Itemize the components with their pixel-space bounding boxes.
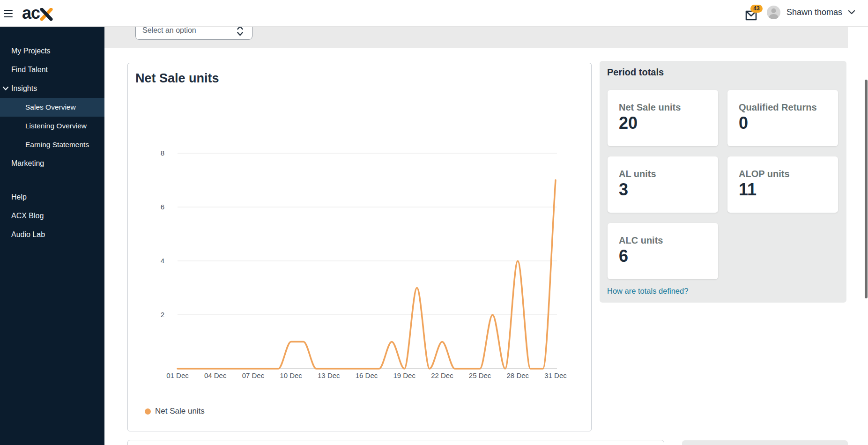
sidebar-item-acx-blog[interactable]: ACX Blog	[0, 207, 104, 225]
stat-value: 20	[619, 113, 638, 133]
svg-text:10 Dec: 10 Dec	[280, 371, 302, 379]
sidebar-item-help[interactable]: Help	[0, 188, 104, 207]
sidebar-item-find-talent[interactable]: Find Talent	[0, 60, 104, 79]
net-sale-units-chart: 246801 Dec04 Dec07 Dec10 Dec13 Dec16 Dec…	[128, 63, 592, 396]
sidebar-item-listening-overview[interactable]: Listening Overview	[0, 117, 104, 135]
period-totals-title: Period totals	[607, 67, 664, 78]
legend-label: Net Sale units	[155, 407, 205, 416]
notification-badge: 43	[750, 5, 763, 13]
svg-text:01 Dec: 01 Dec	[166, 371, 189, 379]
svg-text:13 Dec: 13 Dec	[318, 371, 340, 379]
messages-button[interactable]: 43	[745, 5, 764, 23]
top-header: ac 43 Shawn thomas	[0, 0, 868, 27]
sidebar-item-my-projects[interactable]: My Projects	[0, 42, 104, 60]
sidebar-item-label: Sales Overview	[25, 103, 76, 111]
sidebar-item-label: Insights	[11, 84, 37, 92]
nav-spacer	[0, 173, 104, 188]
stat-card-alop-units: ALOP units11	[727, 156, 838, 213]
user-name[interactable]: Shawn thomas	[786, 7, 842, 17]
avatar[interactable]	[767, 6, 780, 19]
acx-logo[interactable]: ac	[22, 3, 53, 23]
sidebar-item-insights[interactable]: Insights	[0, 79, 104, 98]
stat-value: 11	[739, 180, 757, 200]
sidebar-item-label: Marketing	[11, 159, 44, 167]
svg-text:07 Dec: 07 Dec	[242, 371, 265, 379]
sidebar-item-label: Find Talent	[11, 66, 48, 74]
svg-text:22 Dec: 22 Dec	[431, 371, 453, 379]
how-are-totals-defined-link[interactable]: How are totals defined?	[607, 287, 688, 296]
logo-text-ac: ac	[22, 3, 40, 23]
svg-text:16 Dec: 16 Dec	[356, 371, 378, 379]
sidebar-item-label: My Projects	[11, 47, 51, 55]
stat-value: 3	[619, 180, 628, 200]
net-sale-units-card: Net Sale units 246801 Dec04 Dec07 Dec10 …	[127, 63, 592, 431]
stat-label: ALC units	[619, 235, 663, 246]
sidebar-item-label: Audio Lab	[11, 230, 45, 238]
stat-label: Qualified Returns	[739, 102, 817, 113]
hamburger-menu-icon[interactable]	[4, 7, 15, 19]
sidebar-item-audio-lab[interactable]: Audio Lab	[0, 225, 104, 244]
sidebar-item-label: Listening Overview	[25, 122, 87, 130]
stat-card-qualified-returns: Qualified Returns0	[727, 90, 838, 146]
stat-label: AL units	[619, 169, 656, 179]
stat-card-net-sale-units: Net Sale units20	[608, 90, 718, 146]
vertical-scrollbar[interactable]	[865, 80, 868, 298]
logo-x-icon	[40, 8, 53, 21]
sidebar-item-label: ACX Blog	[11, 212, 44, 220]
sidebar-item-label: Earning Statements	[25, 141, 89, 148]
stat-value: 6	[619, 246, 628, 266]
next-section-card	[127, 440, 664, 445]
sidebar-item-earning-statements[interactable]: Earning Statements	[0, 135, 104, 154]
select-updown-icon	[237, 25, 244, 37]
stat-label: ALOP units	[739, 169, 790, 179]
svg-text:19 Dec: 19 Dec	[393, 371, 415, 379]
legend-dot-icon	[145, 408, 151, 415]
svg-text:6: 6	[161, 203, 164, 211]
sidebar-nav: My ProjectsFind TalentInsightsSales Over…	[0, 27, 104, 244]
svg-text:8: 8	[161, 149, 164, 157]
stat-card-alc-units: ALC units6	[608, 223, 718, 279]
svg-text:31 Dec: 31 Dec	[544, 371, 567, 379]
sidebar-item-label: Help	[11, 193, 27, 201]
svg-text:04 Dec: 04 Dec	[204, 371, 227, 379]
sidebar-item-marketing[interactable]: Marketing	[0, 154, 104, 173]
svg-text:25 Dec: 25 Dec	[469, 371, 491, 379]
svg-text:2: 2	[161, 311, 164, 319]
stat-value: 0	[739, 113, 748, 133]
person-icon	[769, 7, 779, 19]
svg-text:4: 4	[161, 257, 164, 265]
acx-dashboard: ac 43 Shawn thomas My ProjectsFind T	[0, 0, 868, 445]
svg-text:28 Dec: 28 Dec	[507, 371, 529, 379]
chevron-down-icon	[2, 86, 9, 91]
stat-card-al-units: AL units3	[608, 156, 718, 213]
next-section-panel	[682, 440, 848, 445]
user-menu-chevron-down-icon[interactable]	[848, 9, 855, 15]
sidebar: My ProjectsFind TalentInsightsSales Over…	[0, 27, 104, 445]
period-totals-panel: Period totals Net Sale units20Qualified …	[600, 61, 846, 303]
chart-legend[interactable]: Net Sale units	[145, 407, 205, 416]
sidebar-item-sales-overview[interactable]: Sales Overview	[0, 98, 104, 117]
stat-label: Net Sale units	[619, 102, 681, 113]
